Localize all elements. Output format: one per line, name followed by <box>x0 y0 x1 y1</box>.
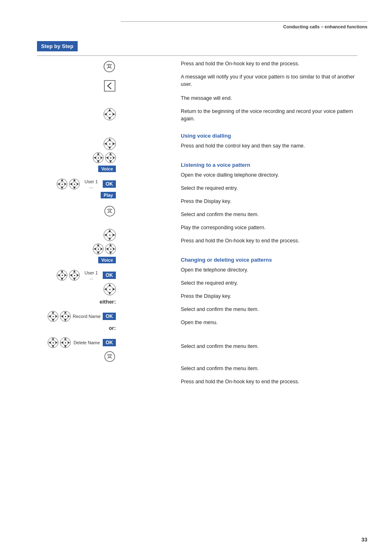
icon-area-listen-voice: Voice <box>37 166 119 172</box>
nav-icon-change-menu <box>104 283 116 295</box>
step-row-final-onhook <box>37 350 173 363</box>
svg-rect-1 <box>104 81 115 91</box>
text-row-change-2: Select the required entry. <box>181 279 357 290</box>
icon-area-final-onhook <box>37 350 119 363</box>
icon-area-undo <box>37 80 119 93</box>
icon-area-listen-user1: User 1 ... OK <box>37 179 119 189</box>
step-text-return: Return to the beginning of the voice rec… <box>181 108 357 122</box>
or-label: or: <box>37 324 119 331</box>
svg-point-0 <box>104 61 115 72</box>
step-text-using-voice: Press and hold the control key and then … <box>181 142 305 150</box>
step-text-listen-2: Select the required entry. <box>181 184 238 192</box>
ok-key-badge-record[interactable]: OK <box>103 313 116 320</box>
nav-icon-del-b <box>60 337 71 348</box>
nav-icon-listen-1 <box>104 138 116 150</box>
section-heading-listening: Listening to a voice pattern <box>181 162 357 168</box>
step-text-final: Press and hold the On-hook key to end th… <box>181 378 299 385</box>
section-heading-changing: Changing or deleting voice patterns <box>181 257 357 263</box>
step-text-change-4: Select and confirm the menu item. <box>181 306 259 313</box>
step-text-change-1: Open the telephone directory. <box>181 266 248 274</box>
icon-area-change-menu <box>37 283 119 295</box>
voice-key-badge-2[interactable]: Voice <box>98 257 116 263</box>
text-row-listen-6: Press and hold the On-hook key to end th… <box>181 237 357 248</box>
step-text-or: Select and confirm the menu item. <box>181 365 259 372</box>
step-text-change-2: Select the required entry. <box>181 279 238 287</box>
delete-name-label: Delete Name <box>74 340 100 345</box>
text-row-change-5: Open the menu. <box>181 319 357 329</box>
page-number: 33 <box>362 537 367 543</box>
text-row-return: Return to the beginning of the voice rec… <box>181 108 357 122</box>
step-row-listen-2 <box>37 152 173 163</box>
nav-icon-change-u1b <box>69 270 80 281</box>
nav-icon-change-2a <box>93 244 104 254</box>
step-row-change-2 <box>37 244 173 254</box>
step-text-listen-4: Select and confirm the menu item. <box>181 211 259 218</box>
nav-icon-listen-2b <box>105 152 116 163</box>
nav-icon-user1a <box>57 179 67 189</box>
nav-icon-change-2b <box>105 244 116 254</box>
step-by-step-label: Step by Step <box>37 41 78 51</box>
text-row-either: Select and confirm the menu item. <box>181 343 357 353</box>
icon-area-record-name: Record Name OK <box>37 311 119 322</box>
text-row-change-3: Press the Display key. <box>181 292 357 303</box>
step-text-listen-6: Press and hold the On-hook key to end th… <box>181 237 299 244</box>
text-row-listen-2: Select the required entry. <box>181 184 357 195</box>
step-row-change-menu <box>37 283 173 295</box>
step-row-record-name: Record Name OK <box>37 311 173 322</box>
either-label: either: <box>37 298 119 305</box>
step-row-listen-user1: User 1 ... OK <box>37 179 173 189</box>
page-header: Conducting calls – enhanced functions <box>121 21 367 29</box>
step-row-listen-onhook <box>37 205 173 217</box>
nav-control-icon <box>104 108 116 120</box>
text-row-or: Select and confirm the menu item. <box>181 365 357 375</box>
text-row-using-voice: Press and hold the control key and then … <box>181 142 357 153</box>
voice-key-badge[interactable]: Voice <box>98 166 116 172</box>
ellipsis-label: ... <box>89 184 93 189</box>
icon-area-nav-voice <box>37 108 119 120</box>
text-row-final: Press and hold the On-hook key to end th… <box>181 378 357 389</box>
step-row-listen-play: Play <box>37 192 173 203</box>
undo-icon <box>104 80 116 93</box>
text-row-listen-1: Open the voice dialling telephone direct… <box>181 171 357 182</box>
icon-area-change-2 <box>37 244 119 254</box>
icon-area-listen-play: Play <box>37 192 119 198</box>
icon-area-change-voice: Voice <box>37 257 119 263</box>
play-key-badge[interactable]: Play <box>101 192 116 198</box>
onhook-icon-final <box>104 350 116 363</box>
step-text-change-5: Open the menu. <box>181 319 218 326</box>
step-text-onhook-1: Press and hold the On-hook key to end th… <box>181 60 299 67</box>
text-row-listen-4: Select and confirm the menu item. <box>181 211 357 221</box>
step-row-delete-name: Delete Name OK <box>37 337 173 348</box>
icon-area-listen-1 <box>37 138 119 150</box>
section-heading-using-voice: Using voice dialling <box>181 133 357 139</box>
text-row-change-1: Open the telephone directory. <box>181 266 357 277</box>
record-name-label: Record Name <box>73 314 101 319</box>
icon-area-listen-onhook <box>37 205 119 217</box>
icon-area-listen-2 <box>37 152 119 163</box>
step-row-onhook-1 <box>37 60 173 73</box>
icon-area-change-user1: User 1 ... OK <box>37 270 119 281</box>
step-row-either-label: either: <box>37 298 173 309</box>
onhook-icon <box>103 60 116 73</box>
step-row-or-label: or: <box>37 324 173 335</box>
ok-key-badge-delete[interactable]: OK <box>103 339 116 346</box>
nav-icon-change-1 <box>104 229 116 241</box>
ok-key-badge-change[interactable]: OK <box>103 272 116 279</box>
step-text-either: Select and confirm the menu item. <box>181 343 259 350</box>
step-row-listen-voice: Voice <box>37 166 173 176</box>
nav-icon-user1b <box>69 179 80 189</box>
main-content: Step by Step <box>37 41 357 391</box>
text-row-change-4: Select and confirm the menu item. <box>181 306 357 316</box>
nav-icon-rec-b <box>60 311 71 322</box>
step-row-listen-1 <box>37 138 173 150</box>
onhook-icon-listen <box>104 205 116 217</box>
nav-icon-change-u1a <box>57 270 67 281</box>
right-column: Press and hold the On-hook key to end th… <box>177 60 357 391</box>
icon-area <box>37 60 119 73</box>
user1-label-2: User 1 <box>85 270 98 275</box>
text-row-listen-5: Play the corresponding voice pattern. <box>181 224 357 235</box>
step-text-notify: A message will notify you if your voice … <box>181 73 357 88</box>
nav-icon-rec-a <box>48 311 58 322</box>
step-row-change-1 <box>37 229 173 241</box>
ok-key-badge-listen[interactable]: OK <box>103 180 116 188</box>
